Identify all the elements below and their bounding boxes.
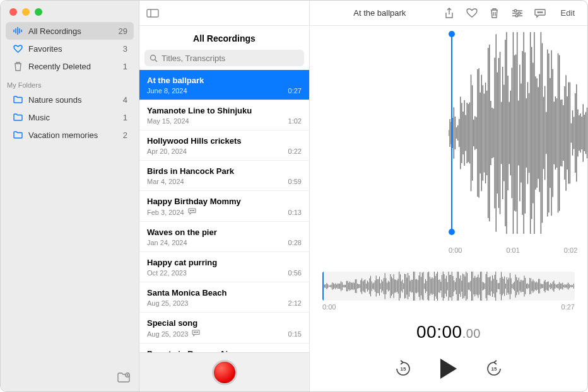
- favorite-button[interactable]: [465, 6, 479, 20]
- waveform-editor[interactable]: 0:000:010:02: [310, 26, 587, 272]
- svg-point-14: [196, 332, 196, 333]
- recording-duration: 0:59: [288, 178, 302, 185]
- close-window-button[interactable]: [9, 8, 17, 16]
- svg-point-13: [194, 332, 195, 333]
- sidebar-item-label: Music: [28, 113, 50, 122]
- search-input[interactable]: [162, 54, 299, 63]
- sidebar-item-favorites[interactable]: Favorites3: [6, 40, 134, 57]
- recording-date: Mar 4, 2024: [147, 178, 184, 185]
- sidebar-item-recently-deleted[interactable]: Recently Deleted1: [6, 57, 134, 75]
- time-ruler: 0:000:010:02: [449, 246, 587, 254]
- sliders-icon: [512, 9, 523, 18]
- recording-title: Special song: [147, 318, 302, 328]
- recording-row[interactable]: Happy Birthday MommyFeb 3, 20240:13: [139, 191, 309, 222]
- overview-start-time: 0:00: [322, 303, 336, 311]
- recording-duration: 0:22: [288, 147, 302, 155]
- recordings-list: At the ballparkJune 8, 20240:27Yamanote …: [139, 70, 309, 352]
- recording-date: Apr 20, 2024: [147, 147, 187, 155]
- record-button[interactable]: [212, 360, 237, 385]
- sidebar-item-label: All Recordings: [28, 26, 81, 36]
- sidebar-item-label: Recently Deleted: [28, 62, 91, 71]
- trim-line[interactable]: [451, 35, 452, 231]
- minimize-window-button[interactable]: [22, 8, 30, 16]
- current-time-display: 00:00.00: [310, 322, 587, 342]
- sidebar-item-count: 3: [123, 44, 127, 54]
- recordings-list-title: All Recordings: [139, 26, 309, 50]
- sidebar-item-count: 1: [123, 62, 127, 71]
- ruler-tick: 0:01: [506, 246, 519, 254]
- recording-duration: 1:02: [288, 117, 302, 125]
- detail-pane: At the ballpark Edit 0:000:010:02: [310, 1, 587, 391]
- recording-duration: 0:56: [288, 269, 302, 277]
- delete-button[interactable]: [488, 6, 502, 20]
- recording-date: May 15, 2024: [147, 117, 189, 125]
- recording-date: Jan 24, 2024: [147, 239, 187, 246]
- options-button[interactable]: [510, 6, 524, 20]
- toggle-sidebar-button[interactable]: [144, 7, 161, 20]
- svg-point-10: [190, 210, 191, 211]
- search-icon: [150, 54, 158, 62]
- search-field[interactable]: [144, 50, 304, 66]
- sidebar-folder-nature-sounds[interactable]: Nature sounds4: [6, 91, 134, 108]
- transcript-icon: [192, 330, 200, 338]
- recording-date: June 8, 2024: [147, 87, 187, 95]
- waveform-overview[interactable]: [322, 272, 575, 301]
- sidebar-folder-vacation-memories[interactable]: Vacation memories2: [6, 126, 134, 144]
- recording-row[interactable]: Parrots in Buenos Aires: [139, 343, 309, 352]
- playhead[interactable]: [322, 272, 324, 301]
- recording-row[interactable]: At the ballparkJune 8, 20240:27: [139, 70, 309, 100]
- skip-forward-button[interactable]: 15: [485, 359, 503, 378]
- sidebar-item-count: 1: [123, 113, 127, 122]
- share-button[interactable]: [442, 6, 456, 20]
- recording-title: Yamanote Line to Shinjuku: [147, 106, 302, 115]
- svg-point-12: [193, 210, 194, 211]
- recording-row[interactable]: Yamanote Line to ShinjukuMay 15, 20241:0…: [139, 100, 309, 130]
- svg-point-19: [518, 12, 520, 14]
- sidebar-folder-music[interactable]: Music1: [6, 108, 134, 126]
- waveform-mini: [322, 272, 575, 301]
- ruler-tick: 0:02: [564, 246, 577, 254]
- new-folder-button[interactable]: [117, 372, 130, 385]
- recording-row[interactable]: Waves on the pierJan 24, 20240:28: [139, 222, 309, 252]
- my-folders-header: My Folders: [1, 75, 139, 91]
- ruler-tick: 0:00: [449, 246, 462, 254]
- play-button[interactable]: [440, 359, 457, 379]
- svg-point-23: [539, 11, 541, 13]
- waveform-icon: [12, 27, 23, 35]
- recording-duration: 0:27: [288, 87, 302, 95]
- recording-date: Feb 3, 2024: [147, 208, 196, 216]
- recording-title: At the ballpark: [317, 8, 442, 18]
- playback-controls: 15 15: [310, 349, 587, 391]
- svg-point-22: [538, 11, 539, 13]
- recording-title: Santa Monica Beach: [147, 288, 302, 297]
- edit-button[interactable]: Edit: [556, 7, 580, 19]
- recording-duration: 2:12: [288, 299, 302, 307]
- sidebar-item-label: Nature sounds: [28, 95, 82, 105]
- recording-row[interactable]: Hollywood Hills cricketsApr 20, 20240:22: [139, 130, 309, 161]
- transcript-icon: [188, 209, 196, 216]
- folder-icon: [12, 113, 23, 121]
- recording-row[interactable]: Happy cat purringOct 22, 20230:56: [139, 252, 309, 282]
- svg-line-9: [155, 59, 158, 62]
- recording-row[interactable]: Special songAug 25, 20230:15: [139, 313, 309, 343]
- recording-duration: 0:28: [288, 239, 302, 246]
- fullscreen-window-button[interactable]: [35, 8, 42, 16]
- trim-handle-bottom[interactable]: [449, 229, 455, 235]
- svg-point-11: [192, 210, 192, 211]
- app-window: All Recordings29Favorites3Recently Delet…: [0, 0, 588, 392]
- recording-row[interactable]: Santa Monica BeachAug 25, 20232:12: [139, 282, 309, 313]
- sidebar-item-count: 2: [123, 130, 127, 140]
- sidebar-item-all-recordings[interactable]: All Recordings29: [6, 22, 134, 40]
- sidebar-item-label: Vacation memories: [28, 130, 98, 140]
- recording-title: Hollywood Hills crickets: [147, 136, 302, 146]
- transcript-button[interactable]: [533, 6, 547, 20]
- recording-date: Aug 25, 2023: [147, 330, 200, 338]
- sidebar-item-count: 4: [123, 95, 127, 105]
- recording-row[interactable]: Birds in Hancock ParkMar 4, 20240:59: [139, 161, 309, 191]
- trash-icon: [12, 62, 23, 71]
- skip-back-button[interactable]: 15: [394, 359, 413, 378]
- waveform-large: [449, 32, 587, 234]
- recording-title: At the ballpark: [147, 76, 302, 85]
- svg-rect-6: [147, 9, 158, 17]
- recording-title: Waves on the pier: [147, 228, 302, 237]
